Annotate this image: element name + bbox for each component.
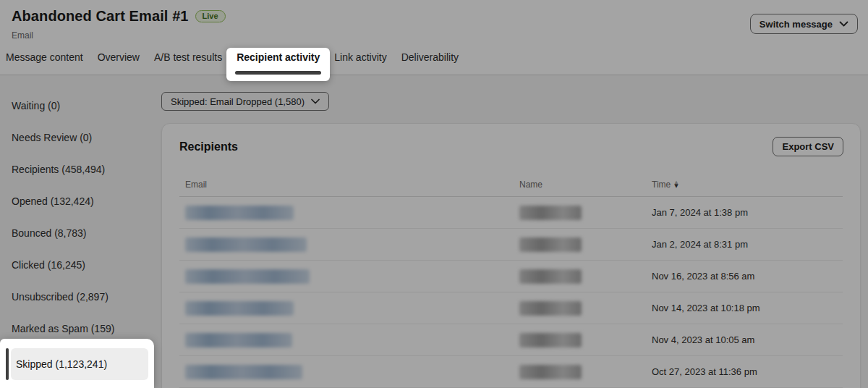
sidebar-item-skipped-label: Skipped (1,123,241) — [16, 358, 107, 370]
table-row: Jan 7, 2024 at 1:38 pm — [179, 197, 843, 229]
sidebar-item-bounced[interactable]: Bounced (8,783) — [0, 217, 154, 249]
table-row: Nov 4, 2023 at 10:05 am — [179, 324, 843, 356]
recipient-time: Nov 4, 2023 at 10:05 am — [646, 334, 843, 345]
tab-recipient-activity-label: Recipient activity — [237, 51, 320, 63]
page-subtitle: Email — [12, 30, 33, 41]
redacted-email[interactable] — [185, 269, 310, 284]
sidebar-item-unsubscribed[interactable]: Unsubscribed (2,897) — [0, 281, 154, 313]
tab-deliverability[interactable]: Deliverability — [401, 51, 459, 75]
redacted-email[interactable] — [185, 206, 294, 220]
switch-message-button[interactable]: Switch message — [750, 14, 858, 34]
tab-overview[interactable]: Overview — [98, 51, 140, 75]
recipients-card-header: Recipients Export CSV — [162, 124, 860, 156]
redacted-email[interactable] — [185, 365, 302, 379]
chevron-down-icon — [311, 98, 320, 104]
column-header-time[interactable]: Time — [646, 180, 843, 190]
sidebar-item-recipients[interactable]: Recipients (458,494) — [0, 153, 154, 185]
selected-indicator-bar — [6, 348, 9, 380]
redacted-name — [519, 237, 582, 252]
table-row: Nov 14, 2023 at 10:18 pm — [179, 292, 843, 324]
recipient-time: Jan 7, 2024 at 1:38 pm — [646, 207, 843, 218]
recipient-activity-page: Abandoned Cart Email #1 Live Email Switc… — [0, 0, 868, 388]
redacted-email[interactable] — [185, 333, 292, 347]
redacted-email[interactable] — [185, 301, 294, 316]
sidebar-item-opened[interactable]: Opened (132,424) — [0, 185, 154, 217]
table-header-row: Email Name Time — [179, 156, 843, 197]
title-row: Abandoned Cart Email #1 Live — [12, 8, 226, 25]
column-header-name[interactable]: Name — [514, 180, 646, 190]
redacted-name — [519, 269, 582, 284]
redacted-name — [519, 301, 582, 316]
recipient-time: Oct 27, 2023 at 11:36 pm — [646, 366, 843, 377]
tab-link-activity[interactable]: Link activity — [334, 51, 386, 75]
status-badge: Live — [195, 10, 226, 22]
tab-recipient-activity[interactable]: Recipient activity — [226, 48, 330, 81]
recipient-time: Jan 2, 2024 at 8:31 pm — [646, 239, 843, 250]
sidebar-item-skipped[interactable]: Skipped (1,123,241) — [0, 348, 154, 380]
sidebar-item-clicked[interactable]: Clicked (16,245) — [0, 249, 154, 281]
skipped-filter-dropdown[interactable]: Skipped: Email Dropped (1,580) — [161, 92, 329, 111]
tab-bar: Message content Overview A/B test result… — [6, 48, 459, 75]
recipient-time: Nov 16, 2023 at 8:56 am — [646, 271, 843, 282]
redacted-name — [519, 333, 582, 347]
switch-message-label: Switch message — [760, 19, 833, 30]
column-header-email[interactable]: Email — [179, 180, 514, 190]
recipients-card: Recipients Export CSV Email Name Time Ja… — [161, 123, 861, 388]
page-title: Abandoned Cart Email #1 — [12, 8, 189, 25]
sidebar-item-needs-review[interactable]: Needs Review (0) — [0, 122, 154, 153]
skipped-filter-dropdown-value: Skipped: Email Dropped (1,580) — [171, 96, 305, 107]
active-tab-underline — [235, 71, 321, 75]
chevron-down-icon — [839, 21, 848, 27]
page-header: Abandoned Cart Email #1 Live Email Switc… — [0, 0, 868, 75]
skipped-highlight-box: Skipped (1,123,241) — [0, 339, 154, 388]
table-row: Jan 2, 2024 at 8:31 pm — [179, 229, 843, 261]
column-header-time-label: Time — [652, 180, 671, 190]
recipients-table: Email Name Time Jan 7, 2024 at 1:38 pm J… — [179, 156, 843, 388]
redacted-name — [519, 365, 582, 379]
redacted-name — [519, 206, 582, 220]
recipient-time: Nov 14, 2023 at 10:18 pm — [646, 303, 843, 313]
table-body: Jan 7, 2024 at 1:38 pm Jan 2, 2024 at 8:… — [179, 197, 843, 388]
table-row: Nov 16, 2023 at 8:56 am — [179, 261, 843, 292]
tab-message-content[interactable]: Message content — [6, 51, 83, 75]
sidebar-item-waiting[interactable]: Waiting (0) — [0, 90, 154, 122]
redacted-email[interactable] — [185, 237, 307, 252]
export-csv-button[interactable]: Export CSV — [773, 137, 843, 156]
tab-ab-test-results[interactable]: A/B test results — [154, 51, 222, 75]
table-row: Oct 27, 2023 at 11:36 pm — [179, 356, 843, 388]
recipients-card-title: Recipients — [179, 140, 238, 153]
sidebar-item-skipped-pill: Skipped (1,123,241) — [11, 348, 148, 380]
sort-icon[interactable] — [674, 181, 678, 188]
